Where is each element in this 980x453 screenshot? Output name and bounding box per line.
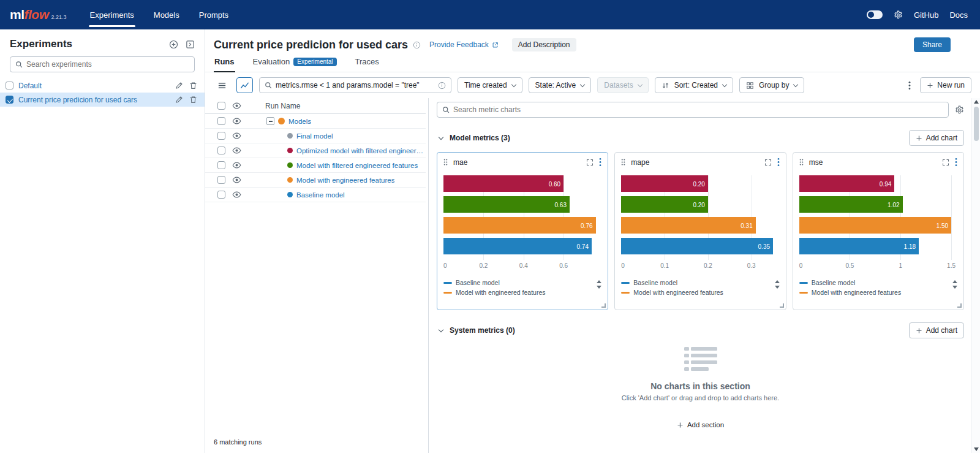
tab-traces[interactable]: Traces xyxy=(355,57,380,72)
experiment-search-input[interactable] xyxy=(26,60,189,69)
chart-view-icon[interactable] xyxy=(236,77,253,93)
search-info-icon[interactable] xyxy=(438,82,446,89)
select-all-checkbox[interactable] xyxy=(217,102,225,110)
metric-bar[interactable]: 0.31 xyxy=(621,217,755,234)
expand-chart-icon[interactable] xyxy=(586,159,594,166)
resize-handle-icon[interactable] xyxy=(601,303,606,308)
legend-scroll-down-icon[interactable] xyxy=(597,286,601,289)
experiment-checkbox[interactable] xyxy=(6,82,13,89)
toolbar-kebab-menu-icon[interactable] xyxy=(905,81,914,90)
new-experiment-icon[interactable] xyxy=(169,40,178,49)
nav-docs[interactable]: Docs xyxy=(949,10,968,20)
legend-scroll-down-icon[interactable] xyxy=(775,286,780,289)
nav-github[interactable]: GitHub xyxy=(914,10,938,20)
legend-item[interactable]: Model with engineered features xyxy=(443,289,592,296)
visibility-eye-icon[interactable] xyxy=(232,116,241,126)
runs-search-input[interactable] xyxy=(276,81,434,89)
tab-evaluation[interactable]: Evaluation Experimental xyxy=(252,57,337,72)
add-description-button[interactable]: Add Description xyxy=(512,38,576,51)
run-checkbox[interactable] xyxy=(217,176,225,184)
resize-handle-icon[interactable] xyxy=(957,303,962,308)
chart-kebab-menu-icon[interactable] xyxy=(777,158,780,167)
metric-bar[interactable]: 0.35 xyxy=(621,238,773,254)
nav-experiments[interactable]: Experiments xyxy=(80,0,144,29)
visibility-eye-icon[interactable] xyxy=(232,146,241,155)
legend-item[interactable]: Model with engineered features xyxy=(621,289,769,296)
group-by-dropdown[interactable]: Group by xyxy=(739,77,804,93)
metric-bar[interactable]: 0.74 xyxy=(443,238,592,254)
info-icon[interactable] xyxy=(413,41,421,49)
run-name-link[interactable]: Model with filtered engineered features xyxy=(296,162,418,169)
visibility-eye-icon[interactable] xyxy=(232,190,241,199)
run-checkbox[interactable] xyxy=(217,191,225,199)
legend-scroll-up-icon[interactable] xyxy=(775,280,780,283)
metric-bar[interactable]: 1.18 xyxy=(799,238,919,254)
metric-bar[interactable]: 0.20 xyxy=(621,196,708,213)
legend-item[interactable]: Baseline model xyxy=(621,279,769,286)
list-view-icon[interactable] xyxy=(214,77,230,93)
expand-chart-icon[interactable] xyxy=(764,159,772,166)
nav-models[interactable]: Models xyxy=(144,0,189,29)
metric-chart-search-input[interactable] xyxy=(453,105,943,114)
visibility-eye-icon[interactable] xyxy=(232,131,241,140)
visibility-eye-icon[interactable] xyxy=(232,175,241,185)
state-dropdown[interactable]: State: Active xyxy=(529,77,592,93)
run-name-link[interactable]: Optimized model with filtered engineered… xyxy=(296,147,426,154)
chevron-down-icon[interactable] xyxy=(439,327,443,332)
run-checkbox[interactable] xyxy=(217,161,225,169)
add-chart-button[interactable]: Add chart xyxy=(909,130,964,146)
scroll-down-icon[interactable] xyxy=(974,447,979,451)
sort-dropdown[interactable]: Sort: Created xyxy=(655,77,733,93)
theme-toggle[interactable] xyxy=(867,10,883,19)
legend-item[interactable]: Baseline model xyxy=(443,279,592,286)
add-chart-button[interactable]: Add chart xyxy=(909,322,964,338)
legend-scroll-up-icon[interactable] xyxy=(597,280,601,283)
run-group-link[interactable]: Models xyxy=(288,118,311,125)
collapse-group-icon[interactable] xyxy=(266,117,274,125)
metric-bar[interactable]: 1.02 xyxy=(799,196,903,213)
legend-scroll-down-icon[interactable] xyxy=(952,286,957,289)
add-section-button[interactable]: Add section xyxy=(437,421,964,428)
metric-bar[interactable]: 0.76 xyxy=(443,217,596,234)
time-created-dropdown[interactable]: Time created xyxy=(458,77,522,93)
mlflow-logo[interactable]: mlflow 2.21.3 xyxy=(10,7,67,22)
metric-bar[interactable]: 0.94 xyxy=(799,175,895,192)
trash-icon[interactable] xyxy=(189,96,197,104)
run-name-link[interactable]: Final model xyxy=(296,132,333,140)
legend-scroll-up-icon[interactable] xyxy=(952,280,957,283)
run-checkbox[interactable] xyxy=(217,117,225,125)
experiment-list-item[interactable]: Default xyxy=(0,78,205,93)
provide-feedback-link[interactable]: Provide Feedback xyxy=(429,40,499,49)
new-run-button[interactable]: New run xyxy=(920,77,971,93)
nav-prompts[interactable]: Prompts xyxy=(189,0,238,29)
metric-bar[interactable]: 0.63 xyxy=(443,196,570,213)
run-name-link[interactable]: Model with engineered features xyxy=(296,177,394,184)
experiment-checkbox[interactable] xyxy=(6,96,13,104)
chart-kebab-menu-icon[interactable] xyxy=(955,158,957,167)
tab-runs[interactable]: Runs xyxy=(214,57,235,72)
legend-item[interactable]: Baseline model xyxy=(799,279,948,286)
run-checkbox[interactable] xyxy=(217,132,225,140)
metric-bar[interactable]: 0.20 xyxy=(621,175,708,192)
experiment-list-item[interactable]: Current price predicion for used cars xyxy=(0,93,205,107)
metric-bar[interactable]: 0.60 xyxy=(443,175,564,192)
chevron-down-icon[interactable] xyxy=(439,134,443,139)
share-button[interactable]: Share xyxy=(914,37,951,52)
scrollbar-thumb[interactable] xyxy=(974,107,979,141)
pane-resize-divider[interactable] xyxy=(426,98,432,453)
scroll-up-icon[interactable] xyxy=(974,100,979,104)
charts-scrollbar[interactable] xyxy=(971,98,980,453)
visibility-eye-icon[interactable] xyxy=(232,101,241,110)
gear-icon[interactable] xyxy=(894,10,903,20)
metric-bar[interactable]: 1.50 xyxy=(799,217,951,234)
chart-settings-gear-icon[interactable] xyxy=(955,105,964,115)
visibility-eye-icon[interactable] xyxy=(232,161,241,170)
trash-icon[interactable] xyxy=(189,82,197,89)
open-pane-icon[interactable] xyxy=(186,40,195,49)
run-name-link[interactable]: Baseline model xyxy=(296,191,345,199)
experiment-name-link[interactable]: Default xyxy=(18,82,170,90)
chart-kebab-menu-icon[interactable] xyxy=(599,158,601,167)
drag-handle-icon[interactable] xyxy=(799,159,804,166)
legend-item[interactable]: Model with engineered features xyxy=(799,289,948,296)
pencil-icon[interactable] xyxy=(175,96,183,104)
